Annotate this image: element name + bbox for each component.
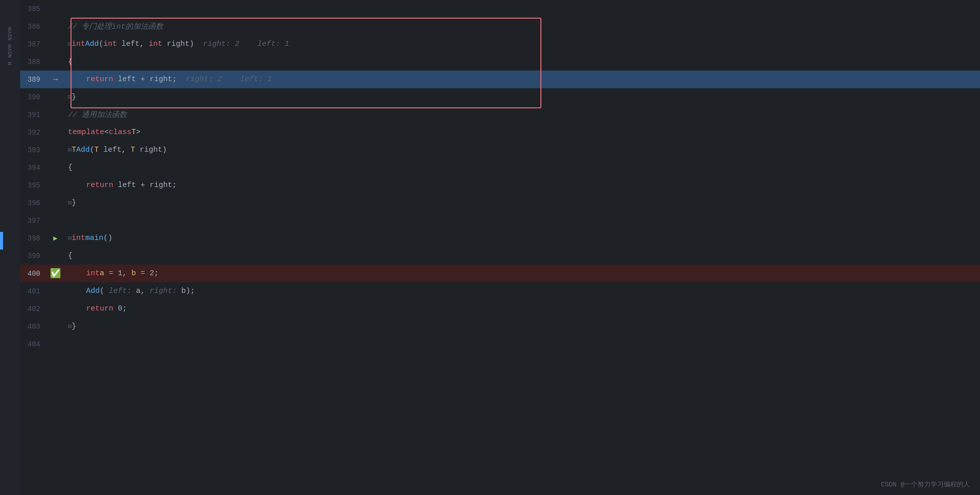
code-content-400: int a = 1, b = 2; xyxy=(63,269,980,278)
sidebar-label-2: NSYM xyxy=(7,44,13,57)
code-line-404: 404 xyxy=(20,335,980,353)
line-num-385: 385 xyxy=(20,5,48,13)
code-line-387: 387 ⊟int Add(int left, int right) right:… xyxy=(20,35,980,53)
code-line-389: 389 → return left + right; right: 2 left… xyxy=(20,71,980,88)
code-line-385: 385 xyxy=(20,0,980,18)
code-content-387: ⊟int Add(int left, int right) right: 2 l… xyxy=(63,40,980,48)
line-num-403: 403 xyxy=(20,323,48,331)
line-num-390: 390 xyxy=(20,93,48,101)
code-line-399: 399 { xyxy=(20,247,980,265)
arrow-icon: → xyxy=(53,75,58,84)
code-line-398: 398 ▶ ⊟int main() xyxy=(20,229,980,247)
code-line-388: 388 { xyxy=(20,53,980,71)
code-content-390: ⊟} xyxy=(63,93,980,101)
code-line-386: 386 // 专门处理int的加法函数 xyxy=(20,18,980,35)
code-line-403: 403 ⊟} xyxy=(20,318,980,335)
breakpoint-icon[interactable]: ✅ xyxy=(50,269,61,278)
play-icon[interactable]: ▶ xyxy=(53,234,57,242)
left-sidebar: NSYM NSYM M xyxy=(0,0,20,495)
code-content-393: ⊟T Add(T left, T right) xyxy=(63,146,980,154)
line-num-404: 404 xyxy=(20,340,48,348)
code-line-393: 393 ⊟T Add(T left, T right) xyxy=(20,141,980,159)
line-num-392: 392 xyxy=(20,129,48,137)
code-content-386: // 专门处理int的加法函数 xyxy=(63,22,980,31)
line-num-397: 397 xyxy=(20,217,48,225)
line-num-388: 388 xyxy=(20,58,48,66)
code-line-401: 401 Add( left: a, right: b); xyxy=(20,282,980,300)
line-num-402: 402 xyxy=(20,305,48,313)
code-content-395: return left + right; xyxy=(63,181,980,190)
gutter-398: ▶ xyxy=(48,234,63,242)
code-content-402: return 0; xyxy=(63,304,980,313)
code-line-396: 396 ⊟} xyxy=(20,194,980,212)
code-line-397: 397 xyxy=(20,212,980,229)
code-content-394: { xyxy=(63,163,980,172)
code-content-391: // 通用加法函数 xyxy=(63,110,980,119)
line-num-395: 395 xyxy=(20,181,48,190)
code-content-399: { xyxy=(63,252,980,260)
line-num-389: 389 xyxy=(20,76,48,84)
sidebar-label-3: M xyxy=(7,62,13,66)
code-line-394: 394 { xyxy=(20,159,980,176)
code-line-395: 395 return left + right; xyxy=(20,176,980,194)
code-line-400: 400 ✅ int a = 1, b = 2; xyxy=(20,265,980,282)
code-area: 385 386 // 专门处理int的加法函数 387 ⊟int Add(int… xyxy=(20,0,980,495)
watermark: CSDN @一个努力学习编程的人 xyxy=(881,480,970,489)
line-num-391: 391 xyxy=(20,111,48,119)
line-num-386: 386 xyxy=(20,23,48,31)
code-content-388: { xyxy=(63,57,980,66)
line-num-399: 399 xyxy=(20,252,48,260)
gutter-389: → xyxy=(48,75,63,84)
line-num-400: 400 xyxy=(20,270,48,278)
line-num-393: 393 xyxy=(20,146,48,154)
code-line-390: 390 ⊟} xyxy=(20,88,980,106)
code-line-392: 392 template<class T> xyxy=(20,123,980,141)
sidebar-label-1: NSYM xyxy=(7,27,13,40)
code-content-398: ⊟int main() xyxy=(63,234,980,242)
line-num-396: 396 xyxy=(20,199,48,207)
code-content-396: ⊟} xyxy=(63,199,980,207)
scroll-indicator xyxy=(0,232,3,250)
line-num-398: 398 xyxy=(20,234,48,242)
code-line-391: 391 // 通用加法函数 xyxy=(20,106,980,123)
line-num-387: 387 xyxy=(20,40,48,48)
code-line-402: 402 return 0; xyxy=(20,300,980,318)
editor-container: NSYM NSYM M 385 386 // 专门处理int的加法函数 387 … xyxy=(0,0,980,495)
gutter-400: ✅ xyxy=(48,269,63,278)
code-content-389: return left + right; right: 2 left: 1 xyxy=(63,75,980,84)
line-num-401: 401 xyxy=(20,287,48,295)
code-content-401: Add( left: a, right: b); xyxy=(63,287,980,295)
line-num-394: 394 xyxy=(20,164,48,172)
code-content-392: template<class T> xyxy=(63,128,980,137)
code-content-403: ⊟} xyxy=(63,322,980,331)
